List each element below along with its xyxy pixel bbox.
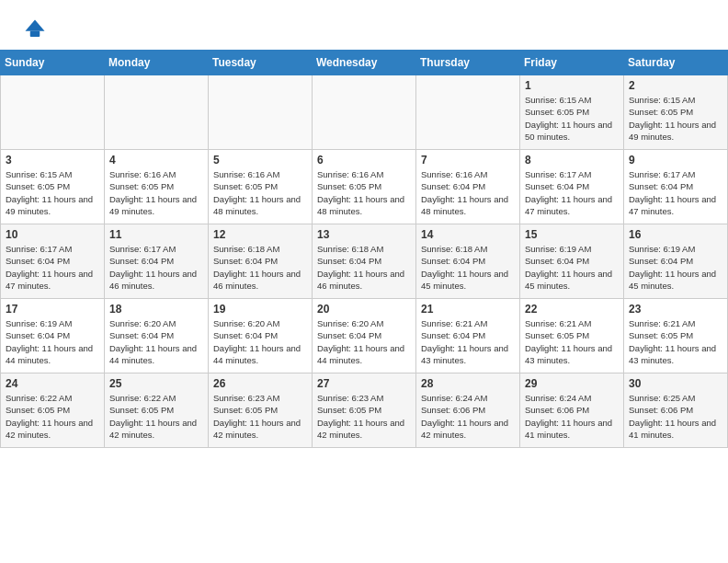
day-number: 14	[421, 228, 515, 241]
day-info: Sunrise: 6:19 AM Sunset: 6:04 PM Dayligh…	[629, 243, 722, 292]
day-info: Sunrise: 6:17 AM Sunset: 6:04 PM Dayligh…	[6, 243, 99, 292]
calendar-cell: 19Sunrise: 6:20 AM Sunset: 6:04 PM Dayli…	[209, 299, 313, 373]
calendar-cell: 10Sunrise: 6:17 AM Sunset: 6:04 PM Dayli…	[1, 224, 105, 299]
calendar-cell: 13Sunrise: 6:18 AM Sunset: 6:04 PM Dayli…	[313, 224, 416, 299]
day-info: Sunrise: 6:24 AM Sunset: 6:06 PM Dayligh…	[525, 392, 619, 441]
svg-rect-1	[30, 31, 40, 37]
day-info: Sunrise: 6:25 AM Sunset: 6:06 PM Dayligh…	[629, 392, 722, 441]
day-number: 12	[213, 228, 307, 241]
calendar-cell: 6Sunrise: 6:16 AM Sunset: 6:05 PM Daylig…	[313, 150, 416, 224]
day-info: Sunrise: 6:16 AM Sunset: 6:05 PM Dayligh…	[109, 168, 203, 217]
day-header-monday: Monday	[105, 51, 209, 75]
day-info: Sunrise: 6:22 AM Sunset: 6:05 PM Dayligh…	[6, 392, 99, 441]
day-number: 27	[317, 377, 411, 390]
calendar-cell: 16Sunrise: 6:19 AM Sunset: 6:04 PM Dayli…	[624, 224, 728, 299]
day-info: Sunrise: 6:22 AM Sunset: 6:05 PM Dayligh…	[109, 392, 203, 441]
day-number: 23	[629, 303, 722, 316]
calendar-cell: 8Sunrise: 6:17 AM Sunset: 6:04 PM Daylig…	[520, 150, 624, 224]
calendar-cell: 17Sunrise: 6:19 AM Sunset: 6:04 PM Dayli…	[1, 299, 105, 373]
day-number: 9	[629, 154, 722, 167]
calendar-cell: 30Sunrise: 6:25 AM Sunset: 6:06 PM Dayli…	[624, 373, 728, 448]
day-info: Sunrise: 6:24 AM Sunset: 6:06 PM Dayligh…	[421, 392, 515, 441]
calendar-cell: 22Sunrise: 6:21 AM Sunset: 6:05 PM Dayli…	[520, 299, 624, 373]
cell-content: 11Sunrise: 6:17 AM Sunset: 6:04 PM Dayli…	[109, 228, 203, 294]
day-number: 22	[525, 303, 619, 316]
calendar-cell: 3Sunrise: 6:15 AM Sunset: 6:05 PM Daylig…	[1, 150, 105, 224]
day-number: 19	[213, 303, 307, 316]
day-number: 26	[213, 377, 307, 390]
calendar-week-row: 3Sunrise: 6:15 AM Sunset: 6:05 PM Daylig…	[1, 150, 728, 224]
day-number: 30	[629, 377, 722, 390]
cell-content: 20Sunrise: 6:20 AM Sunset: 6:04 PM Dayli…	[317, 303, 411, 369]
calendar-cell	[105, 75, 209, 150]
day-info: Sunrise: 6:16 AM Sunset: 6:04 PM Dayligh…	[421, 168, 515, 217]
cell-content: 8Sunrise: 6:17 AM Sunset: 6:04 PM Daylig…	[525, 154, 619, 220]
day-info: Sunrise: 6:17 AM Sunset: 6:04 PM Dayligh…	[629, 168, 722, 217]
day-number: 13	[317, 228, 411, 241]
cell-content: 12Sunrise: 6:18 AM Sunset: 6:04 PM Dayli…	[213, 228, 307, 294]
calendar-week-row: 10Sunrise: 6:17 AM Sunset: 6:04 PM Dayli…	[1, 224, 728, 299]
day-number: 7	[421, 154, 515, 167]
cell-content: 30Sunrise: 6:25 AM Sunset: 6:06 PM Dayli…	[629, 377, 722, 443]
calendar-header-row: SundayMondayTuesdayWednesdayThursdayFrid…	[1, 51, 728, 75]
day-info: Sunrise: 6:19 AM Sunset: 6:04 PM Dayligh…	[525, 243, 619, 292]
day-info: Sunrise: 6:16 AM Sunset: 6:05 PM Dayligh…	[317, 168, 411, 217]
calendar-cell	[209, 75, 313, 150]
day-number: 20	[317, 303, 411, 316]
day-number: 1	[525, 79, 619, 92]
day-info: Sunrise: 6:15 AM Sunset: 6:05 PM Dayligh…	[6, 168, 99, 217]
cell-content: 24Sunrise: 6:22 AM Sunset: 6:05 PM Dayli…	[6, 377, 99, 443]
cell-content: 21Sunrise: 6:21 AM Sunset: 6:04 PM Dayli…	[421, 303, 515, 369]
calendar-cell: 18Sunrise: 6:20 AM Sunset: 6:04 PM Dayli…	[105, 299, 209, 373]
cell-content: 14Sunrise: 6:18 AM Sunset: 6:04 PM Dayli…	[421, 228, 515, 294]
calendar-table: SundayMondayTuesdayWednesdayThursdayFrid…	[0, 50, 728, 448]
cell-content: 3Sunrise: 6:15 AM Sunset: 6:05 PM Daylig…	[6, 154, 99, 220]
cell-content: 23Sunrise: 6:21 AM Sunset: 6:05 PM Dayli…	[629, 303, 722, 369]
calendar-cell: 20Sunrise: 6:20 AM Sunset: 6:04 PM Dayli…	[313, 299, 416, 373]
cell-content: 19Sunrise: 6:20 AM Sunset: 6:04 PM Dayli…	[213, 303, 307, 369]
calendar-cell: 1Sunrise: 6:15 AM Sunset: 6:05 PM Daylig…	[520, 75, 624, 150]
cell-content: 1Sunrise: 6:15 AM Sunset: 6:05 PM Daylig…	[525, 79, 619, 145]
cell-content: 29Sunrise: 6:24 AM Sunset: 6:06 PM Dayli…	[525, 377, 619, 443]
cell-content: 17Sunrise: 6:19 AM Sunset: 6:04 PM Dayli…	[6, 303, 99, 369]
day-header-friday: Friday	[520, 51, 624, 75]
calendar-cell: 21Sunrise: 6:21 AM Sunset: 6:04 PM Dayli…	[416, 299, 520, 373]
cell-content: 18Sunrise: 6:20 AM Sunset: 6:04 PM Dayli…	[109, 303, 203, 369]
calendar-week-row: 17Sunrise: 6:19 AM Sunset: 6:04 PM Dayli…	[1, 299, 728, 373]
day-number: 11	[109, 228, 203, 241]
calendar-cell	[313, 75, 416, 150]
calendar-cell: 14Sunrise: 6:18 AM Sunset: 6:04 PM Dayli…	[416, 224, 520, 299]
day-number: 15	[525, 228, 619, 241]
day-info: Sunrise: 6:18 AM Sunset: 6:04 PM Dayligh…	[213, 243, 307, 292]
day-number: 8	[525, 154, 619, 167]
calendar-cell: 11Sunrise: 6:17 AM Sunset: 6:04 PM Dayli…	[105, 224, 209, 299]
day-number: 18	[109, 303, 203, 316]
day-info: Sunrise: 6:21 AM Sunset: 6:05 PM Dayligh…	[629, 317, 722, 366]
calendar-cell: 9Sunrise: 6:17 AM Sunset: 6:04 PM Daylig…	[624, 150, 728, 224]
cell-content: 26Sunrise: 6:23 AM Sunset: 6:05 PM Dayli…	[213, 377, 307, 443]
day-info: Sunrise: 6:15 AM Sunset: 6:05 PM Dayligh…	[629, 94, 722, 143]
calendar-week-row: 24Sunrise: 6:22 AM Sunset: 6:05 PM Dayli…	[1, 373, 728, 448]
header	[0, 0, 728, 50]
day-header-sunday: Sunday	[1, 51, 105, 75]
cell-content: 4Sunrise: 6:16 AM Sunset: 6:05 PM Daylig…	[109, 154, 203, 220]
cell-content: 15Sunrise: 6:19 AM Sunset: 6:04 PM Dayli…	[525, 228, 619, 294]
svg-marker-0	[26, 20, 45, 31]
day-info: Sunrise: 6:20 AM Sunset: 6:04 PM Dayligh…	[317, 317, 411, 366]
calendar-cell: 12Sunrise: 6:18 AM Sunset: 6:04 PM Dayli…	[209, 224, 313, 299]
cell-content: 6Sunrise: 6:16 AM Sunset: 6:05 PM Daylig…	[317, 154, 411, 220]
calendar-cell: 24Sunrise: 6:22 AM Sunset: 6:05 PM Dayli…	[1, 373, 105, 448]
day-info: Sunrise: 6:19 AM Sunset: 6:04 PM Dayligh…	[6, 317, 99, 366]
day-info: Sunrise: 6:23 AM Sunset: 6:05 PM Dayligh…	[317, 392, 411, 441]
cell-content: 22Sunrise: 6:21 AM Sunset: 6:05 PM Dayli…	[525, 303, 619, 369]
day-number: 21	[421, 303, 515, 316]
calendar-cell: 29Sunrise: 6:24 AM Sunset: 6:06 PM Dayli…	[520, 373, 624, 448]
calendar-cell	[416, 75, 520, 150]
calendar-cell: 15Sunrise: 6:19 AM Sunset: 6:04 PM Dayli…	[520, 224, 624, 299]
calendar-cell: 28Sunrise: 6:24 AM Sunset: 6:06 PM Dayli…	[416, 373, 520, 448]
day-info: Sunrise: 6:16 AM Sunset: 6:05 PM Dayligh…	[213, 168, 307, 217]
calendar-cell: 27Sunrise: 6:23 AM Sunset: 6:05 PM Dayli…	[313, 373, 416, 448]
day-number: 10	[6, 228, 99, 241]
logo-icon	[22, 17, 48, 42]
day-number: 16	[629, 228, 722, 241]
